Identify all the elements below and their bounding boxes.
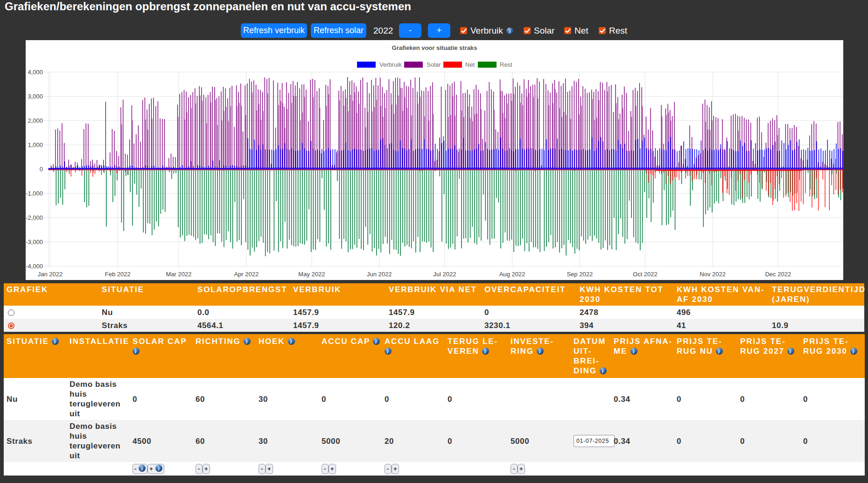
svg-text:i: i <box>387 349 389 354</box>
svg-text:Mar 2022: Mar 2022 <box>166 271 192 278</box>
svg-text:May 2022: May 2022 <box>298 271 325 278</box>
svg-text:Jul 2022: Jul 2022 <box>433 271 456 278</box>
svg-text:0: 0 <box>40 166 43 173</box>
svg-text:i: i <box>602 368 604 374</box>
svg-text:Grafieken voor situatie straks: Grafieken voor situatie straks <box>392 44 477 51</box>
svg-text:1,000: 1,000 <box>28 141 43 148</box>
svg-text:i: i <box>790 349 792 354</box>
svg-text:Jan 2022: Jan 2022 <box>38 271 63 278</box>
svg-text:i: i <box>484 349 487 354</box>
svg-text:i: i <box>246 339 248 344</box>
svg-text:Oct 2022: Oct 2022 <box>633 271 658 278</box>
svg-text:i: i <box>158 466 160 471</box>
svg-text:i: i <box>135 349 137 354</box>
svg-text:-3,000: -3,000 <box>26 238 43 245</box>
svg-text:Jun 2022: Jun 2022 <box>367 271 392 278</box>
svg-text:Aug 2022: Aug 2022 <box>499 271 525 278</box>
svg-text:Nov 2022: Nov 2022 <box>700 271 726 278</box>
svg-text:-1,000: -1,000 <box>26 190 43 197</box>
svg-text:i: i <box>853 349 855 354</box>
svg-text:i: i <box>375 339 378 344</box>
svg-text:-2,000: -2,000 <box>26 214 43 221</box>
svg-text:-4,000: -4,000 <box>26 263 43 270</box>
svg-text:i: i <box>141 466 143 471</box>
svg-text:Feb 2022: Feb 2022 <box>105 271 131 278</box>
svg-text:2,000: 2,000 <box>28 117 43 124</box>
svg-text:4,000: 4,000 <box>28 69 43 76</box>
svg-text:i: i <box>633 349 635 354</box>
svg-text:3,000: 3,000 <box>28 93 43 100</box>
svg-text:Net: Net <box>465 61 475 68</box>
svg-text:Dec 2022: Dec 2022 <box>765 271 791 278</box>
svg-text:i: i <box>718 349 721 354</box>
svg-text:Apr 2022: Apr 2022 <box>234 271 259 278</box>
svg-text:Sep 2022: Sep 2022 <box>567 271 593 278</box>
svg-text:Rest: Rest <box>500 61 512 68</box>
svg-text:i: i <box>290 339 293 344</box>
svg-text:Verbruik: Verbruik <box>379 61 402 68</box>
svg-text:Solar: Solar <box>427 61 441 68</box>
svg-text:i: i <box>539 349 541 354</box>
svg-text:i: i <box>54 339 56 344</box>
